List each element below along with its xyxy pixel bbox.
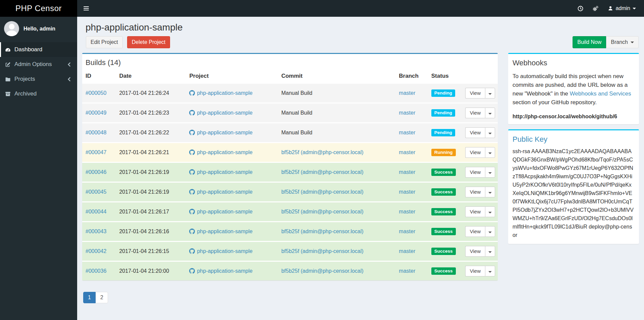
view-dropdown-toggle[interactable] [485, 266, 495, 276]
delete-project-button[interactable]: Delete Project [127, 36, 170, 48]
view-button[interactable]: View [465, 226, 485, 237]
commit-link[interactable]: bf5b25f (admin@php-censor.local) [281, 229, 364, 234]
build-id-link[interactable]: #000042 [86, 248, 106, 254]
user-dropdown[interactable]: admin [603, 0, 641, 17]
view-dropdown-toggle[interactable] [485, 167, 495, 178]
sidebar-item-archived[interactable]: Archived [0, 86, 77, 101]
build-id-link[interactable]: #000043 [86, 229, 106, 234]
branch-dropdown-button[interactable]: Branch [606, 36, 639, 48]
branch-link[interactable]: master [399, 110, 415, 116]
project-link[interactable]: php-application-sample [189, 90, 252, 96]
view-button[interactable]: View [465, 127, 485, 138]
project-link[interactable]: php-application-sample [189, 189, 252, 195]
build-date: 2017-01-04 21:20:00 [116, 261, 186, 281]
branch-link[interactable]: master [399, 248, 415, 254]
build-id-link[interactable]: #000044 [86, 209, 106, 214]
view-dropdown-toggle[interactable] [485, 187, 495, 197]
branch-link[interactable]: master [399, 169, 415, 175]
project-link[interactable]: php-application-sample [189, 248, 252, 254]
project-link[interactable]: php-application-sample [189, 268, 252, 274]
sidebar-item-projects[interactable]: Projects [0, 72, 77, 86]
top-navbar: PHP Censor [0, 0, 644, 17]
view-button[interactable]: View [465, 206, 485, 217]
navbar-right: admin [573, 0, 644, 17]
build-id-link[interactable]: #000049 [86, 110, 106, 116]
column-header-commit: Commit [279, 70, 396, 83]
webhooks-panel: Webhooks To automatically build this pro… [508, 53, 639, 124]
project-link[interactable]: php-application-sample [189, 169, 252, 175]
caret-down-icon [488, 152, 492, 154]
commit-link[interactable]: bf5b25f (admin@php-censor.local) [281, 169, 364, 175]
sidebar-item-label: Projects [14, 76, 35, 82]
commit-link[interactable]: bf5b25f (admin@php-censor.local) [281, 149, 364, 155]
build-id-link[interactable]: #000045 [86, 189, 106, 195]
branch-link[interactable]: master [399, 209, 415, 214]
github-icon [189, 149, 195, 155]
view-dropdown-toggle[interactable] [485, 147, 495, 158]
view-dropdown-toggle[interactable] [485, 226, 495, 237]
view-dropdown-toggle[interactable] [485, 246, 495, 257]
commit-link[interactable]: bf5b25f (admin@php-censor.local) [281, 209, 364, 214]
view-button[interactable]: View [465, 108, 485, 118]
sidebar-item-admin-options[interactable]: Admin Options [0, 57, 77, 72]
build-date: 2017-01-04 21:26:21 [116, 143, 186, 163]
project-link[interactable]: php-application-sample [189, 130, 252, 135]
build-row: #000036 2017-01-04 21:20:00 php-applicat… [82, 261, 498, 281]
commit-link[interactable]: bf5b25f (admin@php-censor.local) [281, 268, 364, 274]
sidebar-user-panel: Hello, admin [0, 17, 77, 41]
column-header-actions [462, 70, 498, 83]
view-dropdown-toggle[interactable] [485, 88, 495, 99]
branch-link[interactable]: master [399, 189, 415, 195]
build-id-link[interactable]: #000050 [86, 90, 106, 96]
navbar: admin [77, 0, 644, 17]
webhooks-title: Webhooks [508, 54, 639, 69]
github-icon [189, 130, 195, 135]
build-history-button[interactable] [573, 0, 588, 17]
commit-link[interactable]: bf5b25f (admin@php-censor.local) [281, 189, 364, 195]
project-link[interactable]: php-application-sample [189, 149, 252, 155]
view-button[interactable]: View [465, 187, 485, 197]
settings-button[interactable] [588, 0, 603, 17]
sidebar-item-dashboard[interactable]: Dashboard [0, 42, 77, 57]
build-date: 2017-01-04 21:26:22 [116, 123, 186, 143]
commit-link[interactable]: bf5b25f (admin@php-censor.local) [281, 248, 364, 254]
build-id-link[interactable]: #000048 [86, 130, 106, 135]
project-link[interactable]: php-application-sample [189, 209, 252, 214]
branch-link[interactable]: master [399, 268, 415, 274]
dashboard-icon [5, 47, 11, 53]
build-date: 2017-01-04 21:26:19 [116, 163, 186, 182]
sidebar-toggle-button[interactable] [77, 0, 95, 17]
branch-link[interactable]: master [399, 149, 415, 155]
branch-link[interactable]: master [399, 229, 415, 234]
view-dropdown-toggle[interactable] [485, 206, 495, 217]
view-button[interactable]: View [465, 147, 485, 158]
build-now-button[interactable]: Build Now [573, 36, 606, 48]
edit-project-button[interactable]: Edit Project [86, 36, 123, 48]
sidebar-item-label: Dashboard [14, 46, 42, 53]
builds-table-header: ID Date Project Commit Branch Status [82, 70, 498, 83]
view-button[interactable]: View [465, 266, 485, 276]
project-link[interactable]: php-application-sample [189, 110, 252, 116]
project-link[interactable]: php-application-sample [189, 229, 252, 234]
build-date: 2017-01-04 21:26:15 [116, 242, 186, 261]
build-id-link[interactable]: #000036 [86, 268, 106, 274]
build-date: 2017-01-04 21:26:19 [116, 182, 186, 202]
build-id-link[interactable]: #000047 [86, 149, 106, 155]
build-row: #000042 2017-01-04 21:26:15 php-applicat… [82, 242, 498, 261]
pagination-page-1[interactable]: 1 [83, 292, 96, 303]
view-dropdown-toggle[interactable] [485, 108, 495, 118]
sidebar-greeting: Hello, admin [23, 26, 55, 32]
build-id-link[interactable]: #000046 [86, 169, 106, 175]
caret-down-icon [488, 113, 492, 115]
webhooks-services-link[interactable]: Webhooks and Services [570, 90, 631, 97]
public-key-title[interactable]: Public Key [508, 130, 639, 145]
pagination-page-2[interactable]: 2 [96, 292, 108, 303]
app-logo[interactable]: PHP Censor [0, 0, 77, 17]
status-badge: Success [431, 169, 456, 176]
branch-link[interactable]: master [399, 130, 415, 135]
branch-link[interactable]: master [399, 90, 415, 96]
view-dropdown-toggle[interactable] [485, 127, 495, 138]
view-button[interactable]: View [465, 246, 485, 257]
view-button[interactable]: View [465, 167, 485, 178]
view-button[interactable]: View [465, 88, 485, 99]
